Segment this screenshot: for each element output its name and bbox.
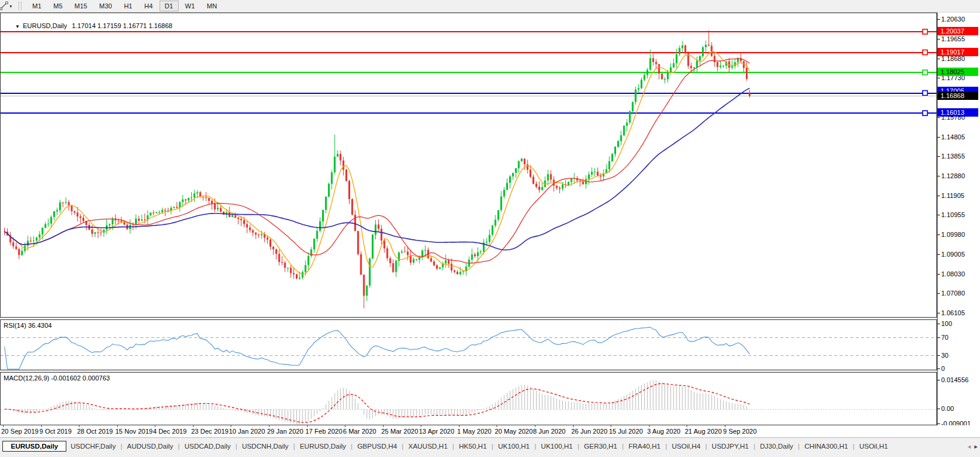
dropdown-caret-icon: ▾ xyxy=(10,4,12,9)
time-axis-label: 26 Jun 2020 xyxy=(571,428,608,435)
chart-tab-eurusd-daily[interactable]: EURUSD,Daily xyxy=(2,441,66,452)
chart-title: ▼EURUSD,Daily1.17014 1.17159 1.16771 1.1… xyxy=(4,15,172,36)
time-axis-label: 15 Jul 2020 xyxy=(609,428,643,435)
tab-separator: | xyxy=(705,443,707,450)
chart-tab-hk50-h1[interactable]: HK50,H1 xyxy=(455,441,491,452)
time-axis-tick-mark xyxy=(3,425,4,427)
toolbar-grip[interactable] xyxy=(19,2,22,10)
timeframe-button-w1[interactable]: W1 xyxy=(180,1,201,11)
tab-separator: | xyxy=(535,443,537,450)
tab-separator: | xyxy=(622,443,624,450)
collapse-arrow-icon: ▼ xyxy=(15,24,20,29)
timeframe-button-m1[interactable]: M1 xyxy=(27,1,47,11)
tab-separator: | xyxy=(853,443,855,450)
chart-tab-fra40-h1[interactable]: FRA40,H1 xyxy=(624,441,665,452)
chart-tab-audusd-daily[interactable]: AUDUSD,Daily xyxy=(123,441,177,452)
rsi-indicator-label: RSI(14) 36.4304 xyxy=(4,322,52,329)
chart-tab-uk100-h1[interactable]: UK100,H1 xyxy=(494,441,534,452)
macd-indicator-panel[interactable]: MACD(12,26,9) -0.001602 0.000763 xyxy=(0,372,937,425)
chart-tab-bar: EURUSD,DailyUSDCHF,Daily|AUDUSD,Daily|US… xyxy=(0,437,980,457)
chart-tabs: EURUSD,DailyUSDCHF,Daily|AUDUSD,Daily|US… xyxy=(2,441,956,452)
chart-symbol-label: EURUSD,Daily xyxy=(23,22,67,29)
tab-separator: | xyxy=(665,443,667,450)
timeframe-button-h1[interactable]: H1 xyxy=(118,1,137,11)
chart-tab-usdcad-daily[interactable]: USDCAD,Daily xyxy=(180,441,235,452)
tab-separator: | xyxy=(178,443,180,450)
chart-tab-uk100-h1[interactable]: UK100,H1 xyxy=(537,441,577,452)
tab-separator: | xyxy=(235,443,237,450)
time-axis-tick-mark xyxy=(573,425,574,427)
time-axis-label: 15 Nov 2019 xyxy=(115,428,152,435)
chart-tab-usdchf-daily[interactable]: USDCHF,Daily xyxy=(66,441,120,452)
chart-tab-xauusd-h1[interactable]: XAUUSD,H1 xyxy=(404,441,452,452)
time-axis-tick-mark xyxy=(269,425,270,427)
chart-tab-usdcnh-daily[interactable]: USDCNH,Daily xyxy=(238,441,293,452)
timeframe-button-mn[interactable]: MN xyxy=(201,1,222,11)
chart-tab-usdjpy-h1[interactable]: USDJPY,H1 xyxy=(708,441,753,452)
time-axis-tick-mark xyxy=(535,425,535,427)
rsi-indicator-panel[interactable]: RSI(14) 36.4304 xyxy=(0,319,937,370)
timeframe-button-m15[interactable]: M15 xyxy=(69,1,93,11)
tab-separator: | xyxy=(798,443,800,450)
time-axis-label: 10 Jan 2020 xyxy=(229,428,265,435)
time-axis-label: 25 Mar 2020 xyxy=(381,428,418,435)
time-axis-label: 28 Oct 2019 xyxy=(77,428,113,435)
time-axis-label: 20 Sep 2019 xyxy=(1,428,38,435)
time-axis-tick-mark xyxy=(687,425,687,427)
timeframe-button-d1[interactable]: D1 xyxy=(160,1,179,11)
chart-toolbar: ▾ M1M5M15M30H1H4D1W1MN xyxy=(0,0,980,13)
time-axis-tick-mark xyxy=(307,425,308,427)
chart-tab-china300-h1[interactable]: CHINA300,H1 xyxy=(800,441,852,452)
chart-tab-usoil-h1[interactable]: USOil,H1 xyxy=(855,441,892,452)
trendline-tool-icon xyxy=(0,1,8,11)
chart-tab-dj30-daily[interactable]: DJ30,Daily xyxy=(756,441,798,452)
time-axis-tick-mark xyxy=(497,425,497,427)
tab-separator: | xyxy=(492,443,494,450)
time-axis-tick-mark xyxy=(231,425,231,427)
candlestick-chart-canvas[interactable] xyxy=(1,13,936,317)
timeframe-button-h4[interactable]: H4 xyxy=(139,1,158,11)
macd-chart-canvas[interactable] xyxy=(1,373,936,425)
chart-tab-usoil-h4[interactable]: USOil,H4 xyxy=(667,441,705,452)
time-axis-label: 1 May 2020 xyxy=(457,428,491,435)
time-axis-label: 9 Oct 2019 xyxy=(39,428,72,435)
time-axis-label: 29 Jan 2020 xyxy=(267,428,304,435)
time-axis-tick-mark xyxy=(79,425,79,427)
tab-scroll-buttons: ◂ ▸ xyxy=(967,443,978,450)
mt4-terminal-window: ▾ M1M5M15M30H1H4D1W1MN ▼EURUSD,Daily1.17… xyxy=(0,0,980,457)
level-price-label: 1.19017 xyxy=(938,48,978,56)
time-axis-label: 8 Jun 2020 xyxy=(533,428,565,435)
tab-separator: | xyxy=(452,443,454,450)
time-axis-tick-mark xyxy=(421,425,421,427)
tabs-scroll-left-icon[interactable]: ◂ xyxy=(967,443,971,450)
chart-tab-ger30-h1[interactable]: GER30,H1 xyxy=(580,441,621,452)
time-axis-tick-mark xyxy=(41,425,42,427)
trendline-tool-button[interactable]: ▾ xyxy=(0,1,14,11)
chart-tab-gbpusd-h4[interactable]: GBPUSD,H4 xyxy=(353,441,401,452)
time-axis-label: 13 Apr 2020 xyxy=(419,428,454,435)
time-axis-tick-mark xyxy=(383,425,384,427)
macd-indicator-label: MACD(12,26,9) -0.001602 0.000763 xyxy=(4,374,110,382)
time-axis-label: 3 Aug 2020 xyxy=(647,428,681,435)
time-axis-tick-mark xyxy=(155,425,155,427)
time-axis-label: 4 Dec 2019 xyxy=(153,428,186,435)
chart-tab-eurusd-daily[interactable]: EURUSD,Daily xyxy=(296,441,350,452)
level-price-label: 1.20037 xyxy=(938,27,978,35)
time-axis-tick-mark xyxy=(345,425,345,427)
timeframe-button-group: M1M5M15M30H1H4D1W1MN xyxy=(26,0,223,12)
time-axis-tick-mark xyxy=(193,425,194,427)
tab-separator: | xyxy=(293,443,295,450)
timeframe-button-m5[interactable]: M5 xyxy=(48,1,68,11)
price-chart-panel[interactable]: ▼EURUSD,Daily1.17014 1.17159 1.16771 1.1… xyxy=(0,13,937,318)
current-price-label: 1.16868 xyxy=(938,92,978,100)
timeframe-button-m30[interactable]: M30 xyxy=(94,1,117,11)
price-axis: 1.206301.196551.186801.177301.167551.157… xyxy=(938,13,980,437)
tab-separator: | xyxy=(351,443,353,450)
rsi-chart-canvas[interactable] xyxy=(1,320,936,370)
level-price-label: 1.18025 xyxy=(938,68,978,76)
tabs-scroll-right-icon[interactable]: ▸ xyxy=(974,443,978,450)
time-axis-label: 20 May 2020 xyxy=(495,428,533,435)
time-axis-tick-mark xyxy=(117,425,118,427)
time-axis: 20 Sep 20199 Oct 201928 Oct 201915 Nov 2… xyxy=(0,425,980,437)
tab-separator: | xyxy=(121,443,122,450)
